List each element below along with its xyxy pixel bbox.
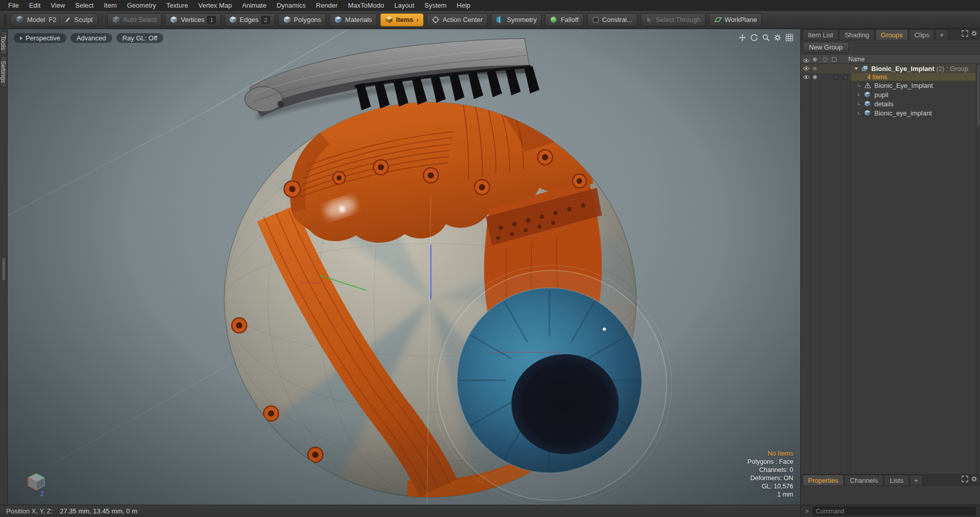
bionic-eye-model <box>8 29 800 505</box>
bottom-bar: Position X, Y, Z: 27.35 mm, 13.45 mm, 0 … <box>0 505 980 517</box>
tree-scrollbar[interactable] <box>976 64 980 474</box>
status-bar: Position X, Y, Z: 27.35 mm, 13.45 mm, 0 … <box>0 505 800 517</box>
menu-item-view[interactable]: View <box>45 1 70 10</box>
settings-vertical-tab[interactable]: Settings <box>1 56 7 87</box>
vertices-mode-button[interactable]: Vertices 1 <box>165 13 220 27</box>
materials-cube-icon <box>334 16 342 24</box>
orbit-icon[interactable] <box>750 34 758 41</box>
menu-item-help[interactable]: Help <box>452 1 476 10</box>
pan-icon[interactable] <box>739 34 746 41</box>
menu-item-edit[interactable]: Edit <box>24 1 45 10</box>
tab-properties[interactable]: Properties <box>802 475 844 485</box>
expand-panel-icon[interactable] <box>962 476 968 484</box>
name-column-header[interactable]: Name <box>848 56 865 63</box>
pill-divider <box>60 15 61 25</box>
lock-column-icon <box>822 57 828 64</box>
row-render-toggle-icon[interactable] <box>812 74 818 80</box>
row-checkbox[interactable] <box>834 75 839 80</box>
tab-channels[interactable]: Channels <box>844 475 884 485</box>
menu-item-maxtomodo[interactable]: MaxToModo <box>343 1 389 10</box>
branch-line <box>858 103 861 105</box>
3d-viewport[interactable]: Perspective Advanced Ray GL: Off No Item… <box>8 29 800 505</box>
menu-item-system[interactable]: System <box>420 1 452 10</box>
mesh-icon <box>864 82 871 88</box>
menu-item-layout[interactable]: Layout <box>389 1 419 10</box>
tab-groups[interactable]: Groups <box>875 29 909 40</box>
row-checkbox[interactable] <box>843 75 848 80</box>
item-label[interactable]: Bionic_eye_implant <box>874 109 932 117</box>
falloff-button[interactable]: Falloff <box>545 13 583 27</box>
position-label: Position X, Y, Z: <box>6 507 53 515</box>
properties-panel <box>801 485 980 505</box>
menu-item-item[interactable]: Item <box>99 1 121 10</box>
position-value: 27.35 mm, 13.45 mm, 0 m <box>60 507 137 515</box>
expand-panel-icon[interactable] <box>962 30 968 38</box>
menu-item-animate[interactable]: Animate <box>237 1 272 10</box>
viewport-header: Perspective Advanced Ray GL: Off <box>14 33 163 43</box>
action-center-button[interactable]: Action Center <box>427 13 488 27</box>
item-cube-icon <box>864 110 871 116</box>
branch-line <box>858 84 861 87</box>
tree-row-child[interactable]: pupil <box>801 90 980 99</box>
mode-pill-group: Model F2 Sculpt <box>10 13 99 27</box>
row-render-toggle-icon[interactable] <box>812 66 818 72</box>
item-label[interactable]: pupil <box>874 91 888 99</box>
select-through-button[interactable]: Select Through <box>641 13 706 27</box>
viewport-shading-dropdown[interactable]: Advanced <box>70 33 112 43</box>
row-visibility-eye-icon[interactable] <box>803 75 810 79</box>
items-mode-button[interactable]: Items › <box>380 13 424 27</box>
auto-select-button[interactable]: Auto Select <box>107 13 162 27</box>
expand-arrow-icon[interactable] <box>854 66 859 71</box>
gear-icon[interactable] <box>774 34 781 41</box>
tab-clips[interactable]: Clips <box>909 29 935 40</box>
tree-row-child[interactable]: Bionic_Eye_Implant <box>801 81 980 90</box>
edges-mode-button[interactable]: Edges 2 <box>224 13 275 27</box>
toolbar-separator <box>103 14 103 26</box>
tab-add-button[interactable]: + <box>910 475 923 485</box>
viewport-mode-dropdown[interactable]: Perspective <box>14 33 66 43</box>
tree-row-child[interactable]: details <box>801 99 980 108</box>
toolbar-handle[interactable] <box>4 14 6 26</box>
new-group-button[interactable]: New Group <box>803 42 849 53</box>
group-name[interactable]: Bionic_Eye_Implant <box>871 65 935 73</box>
menu-item-dynamics[interactable]: Dynamics <box>272 1 311 10</box>
command-input[interactable] <box>813 507 976 515</box>
tree-row-items-count[interactable]: 4 Items <box>801 73 980 81</box>
tab-item-list[interactable]: Item List <box>802 29 839 40</box>
tab-add-button[interactable]: + <box>935 29 948 40</box>
panel-gear-icon[interactable] <box>971 476 977 484</box>
viewport-raygl-dropdown[interactable]: Ray GL: Off <box>116 33 163 43</box>
menu-item-vertex-map[interactable]: Vertex Map <box>193 1 237 10</box>
render-column-icon <box>812 57 818 64</box>
polygons-mode-button[interactable]: Polygons <box>278 13 326 27</box>
menu-item-file[interactable]: File <box>3 1 24 10</box>
vertices-shortcut-badge: 1 <box>207 16 215 24</box>
materials-mode-button[interactable]: Materials <box>329 13 377 27</box>
tab-lists[interactable]: Lists <box>884 475 909 485</box>
zoom-icon[interactable] <box>762 34 770 41</box>
constraints-button[interactable]: Constrai... <box>587 13 638 27</box>
left-strip-handle[interactable] <box>2 257 6 281</box>
item-cube-icon <box>864 91 871 98</box>
menu-item-geometry[interactable]: Geometry <box>122 1 161 10</box>
sculpt-mode-button[interactable]: Sculpt <box>75 16 93 24</box>
item-label[interactable]: details <box>874 100 894 108</box>
row-visibility-eye-icon[interactable] <box>803 66 810 71</box>
symmetry-button[interactable]: Symmetry <box>491 13 542 27</box>
tab-shading[interactable]: Shading <box>839 29 875 40</box>
edges-cube-icon <box>229 16 237 24</box>
command-bar: > <box>800 505 980 517</box>
tree-row-group[interactable]: Bionic_Eye_Implant (2) : Group <box>801 64 980 73</box>
menu-item-select[interactable]: Select <box>70 1 99 10</box>
panel-gear-icon[interactable] <box>971 30 977 38</box>
grid-icon[interactable] <box>786 34 793 41</box>
tree-column-header: Name <box>801 54 980 64</box>
tools-vertical-tab[interactable]: Tools <box>1 31 7 55</box>
menu-item-texture[interactable]: Texture <box>161 1 193 10</box>
tree-row-child[interactable]: Bionic_eye_implant <box>801 108 980 118</box>
branch-line <box>858 112 861 114</box>
item-label[interactable]: Bionic_Eye_Implant <box>874 82 933 89</box>
workplane-button[interactable]: WorkPlane <box>709 13 762 27</box>
menu-item-render[interactable]: Render <box>311 1 343 10</box>
model-mode-button[interactable]: Model <box>27 16 45 24</box>
